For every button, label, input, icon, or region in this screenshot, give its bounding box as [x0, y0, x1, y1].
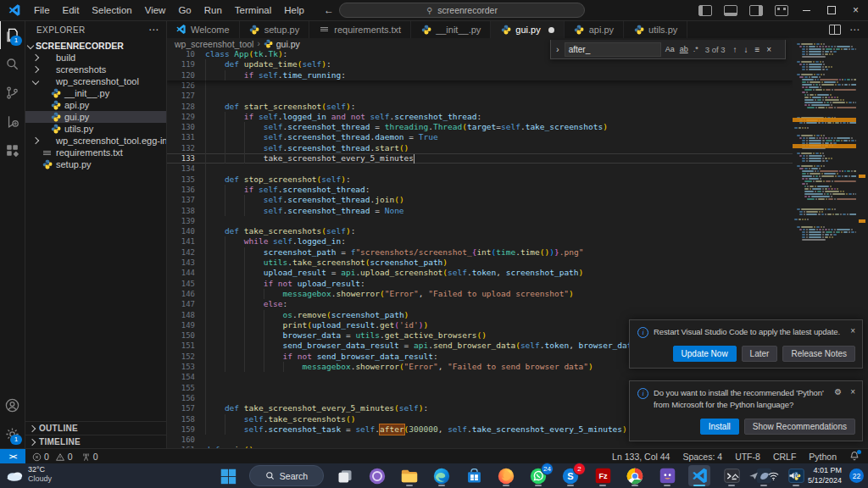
code-line-136[interactable]: 136if self.screenshot_thread: [166, 185, 793, 195]
toggle-panel-icon[interactable] [724, 5, 737, 16]
source-control-activity-icon[interactable] [0, 78, 25, 107]
line-number-150[interactable]: 150 [166, 330, 205, 341]
breadcrumb-folder[interactable]: wp_screenshot_tool [175, 39, 253, 49]
line-number-127[interactable]: 127 [166, 91, 205, 101]
status-python[interactable]: Python [809, 452, 837, 462]
explorer-item-screenshots[interactable]: screenshots [25, 64, 166, 75]
later-button[interactable]: Later [742, 346, 778, 362]
taskbar-task-view-icon[interactable] [334, 465, 356, 486]
taskbar-purple-face-app-icon[interactable] [656, 465, 678, 486]
status-utf-8[interactable]: UTF-8 [735, 452, 760, 462]
regex-icon[interactable]: .* [693, 45, 699, 53]
line-number-155[interactable]: 155 [166, 383, 205, 393]
line-number-153[interactable]: 153 [166, 362, 205, 372]
taskbar-file-explorer-icon[interactable] [398, 465, 420, 486]
weather-widget[interactable]: 32°C Cloudy [5, 465, 52, 485]
hidden-icons-chevron-icon[interactable] [731, 473, 740, 480]
tab-setup-py[interactable]: setup.py [240, 20, 310, 38]
taskbar-start-icon[interactable] [217, 465, 239, 486]
taskbar-store-icon[interactable] [463, 465, 485, 486]
previous-match-icon[interactable]: ↑ [732, 45, 739, 54]
line-number-138[interactable]: 138 [166, 206, 205, 216]
menu-help[interactable]: Help [278, 3, 310, 18]
menu-terminal[interactable]: Terminal [229, 3, 277, 18]
update-now-button[interactable]: Update Now [673, 346, 737, 362]
taskbar-vscode-icon[interactable] [688, 465, 710, 486]
line-number-10[interactable]: 10 [166, 49, 205, 59]
line-number-148[interactable]: 148 [166, 310, 205, 320]
line-number-160[interactable]: 160 [166, 435, 205, 445]
line-number-156[interactable]: 156 [166, 393, 205, 403]
tab-api-py[interactable]: api.py [565, 20, 624, 38]
back-arrow-icon[interactable]: ← [324, 4, 334, 16]
command-center-search[interactable]: ⚲ screenrecorder [339, 3, 585, 18]
ports-indicator[interactable]: 0 [81, 452, 98, 462]
line-number-147[interactable]: 147 [166, 299, 205, 309]
code-line-141[interactable]: 141while self.logged_in: [166, 236, 793, 247]
code-line-146[interactable]: 146messagebox.showerror("Error", "Failed… [166, 289, 793, 299]
find-in-selection-icon[interactable]: ≡ [754, 45, 762, 54]
code-line-133[interactable]: 133take_screenshot_every_5_minutes [166, 153, 793, 164]
problems-indicator[interactable]: 0 0 [32, 452, 73, 462]
line-number-126[interactable]: 126 [166, 80, 205, 91]
line-number-139[interactable]: 139 [166, 216, 205, 226]
next-match-icon[interactable]: ↓ [743, 45, 750, 54]
line-number-119[interactable]: 119 [166, 59, 205, 69]
line-number-128[interactable]: 128 [166, 102, 205, 112]
notification-close-icon[interactable]: × [847, 387, 855, 396]
line-number-144[interactable]: 144 [166, 268, 205, 278]
modified-dot-icon[interactable] [548, 27, 554, 33]
taskbar-search[interactable]: Search [249, 465, 324, 486]
taskbar-firefox-icon[interactable] [495, 465, 517, 486]
line-number-145[interactable]: 145 [166, 279, 205, 289]
find-input[interactable]: after_ [565, 42, 661, 57]
explorer-actions-icon[interactable]: ⋯ [148, 24, 159, 36]
menu-selection[interactable]: Selection [86, 3, 137, 18]
match-case-icon[interactable]: Aa [665, 45, 676, 53]
tray-app-icon[interactable] [748, 470, 760, 481]
toggle-secondary-sidebar-icon[interactable] [749, 5, 763, 16]
line-number-132[interactable]: 132 [166, 143, 205, 153]
line-number-133[interactable]: 133 [166, 153, 205, 164]
customize-layout-icon[interactable] [775, 5, 788, 16]
line-number-152[interactable]: 152 [166, 352, 205, 362]
toggle-replace-chevron-icon[interactable]: › [554, 44, 561, 54]
menu-edit[interactable]: Edit [57, 3, 86, 18]
line-number-136[interactable]: 136 [166, 185, 205, 195]
code-line-144[interactable]: 144upload_result = api.upload_screenshot… [166, 268, 793, 278]
line-number-143[interactable]: 143 [166, 258, 205, 268]
search-activity-icon[interactable] [0, 49, 25, 78]
line-number-158[interactable]: 158 [166, 414, 205, 424]
explorer-root-folder[interactable]: SCREENRECORDER [25, 39, 166, 52]
explorer-item-api-py[interactable]: api.py [25, 99, 166, 111]
line-number-135[interactable]: 135 [166, 175, 205, 185]
tab-gui-py[interactable]: gui.py [491, 20, 564, 38]
explorer-item--init-py[interactable]: __init__.py [25, 87, 166, 99]
tab--init-py[interactable]: __init__.py [411, 20, 491, 38]
line-number-129[interactable]: 129 [166, 112, 205, 122]
code-line-119[interactable]: 119def update_time(self): [166, 59, 793, 69]
line-number-141[interactable]: 141 [166, 236, 205, 247]
code-line-142[interactable]: 142screenshot_path = f"screenshots/scree… [166, 247, 793, 258]
sidebar-section-timeline[interactable]: TIMELINE [25, 435, 166, 448]
whole-word-icon[interactable]: ab [679, 45, 689, 53]
show-recommendations-button[interactable]: Show Recommendations [744, 419, 855, 435]
line-number-149[interactable]: 149 [166, 320, 205, 330]
explorer-item-utils-py[interactable]: utils.py [25, 123, 166, 135]
maximize-button[interactable] [819, 0, 843, 20]
remote-indicator[interactable]: >< [0, 449, 25, 464]
taskbar-chrome-icon[interactable] [624, 465, 646, 486]
account-icon[interactable] [0, 391, 25, 419]
code-line-139[interactable]: 139 [166, 216, 793, 226]
line-number-157[interactable]: 157 [166, 403, 205, 413]
explorer-activity-icon[interactable]: 1 [0, 20, 25, 49]
code-line-145[interactable]: 145if not upload_result: [166, 279, 793, 289]
notifications-bell-icon[interactable] [849, 451, 860, 463]
taskbar-whatsapp-icon[interactable]: 24 [527, 465, 549, 486]
close-button[interactable]: × [843, 0, 868, 20]
sidebar-section-outline[interactable]: OUTLINE [25, 421, 166, 435]
split-editor-icon[interactable] [829, 25, 841, 35]
status-spaces[interactable]: Spaces: 4 [682, 452, 722, 462]
line-number-131[interactable]: 131 [166, 132, 205, 142]
tab-requirements-txt[interactable]: requirements.txt [309, 20, 411, 38]
